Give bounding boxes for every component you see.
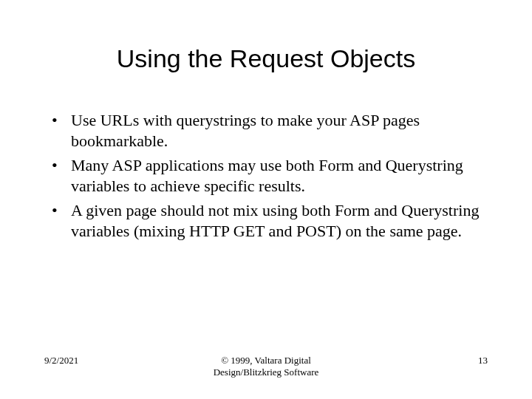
footer-copyright: © 1999, Valtara Digital Design/Blitzkrie…: [214, 355, 319, 378]
list-item: Use URLs with querystrings to make your …: [52, 110, 488, 151]
list-item: A given page should not mix using both F…: [52, 200, 488, 241]
bullet-list: Use URLs with querystrings to make your …: [44, 110, 488, 241]
footer-date: 9/2/2021: [44, 355, 133, 366]
footer-page-number: 13: [399, 355, 488, 366]
slide: Using the Request Objects Use URLs with …: [0, 0, 532, 399]
footer: 9/2/2021 © 1999, Valtara Digital Design/…: [44, 355, 488, 378]
slide-title: Using the Request Objects: [44, 44, 488, 73]
list-item: Many ASP applications may use both Form …: [52, 155, 488, 196]
